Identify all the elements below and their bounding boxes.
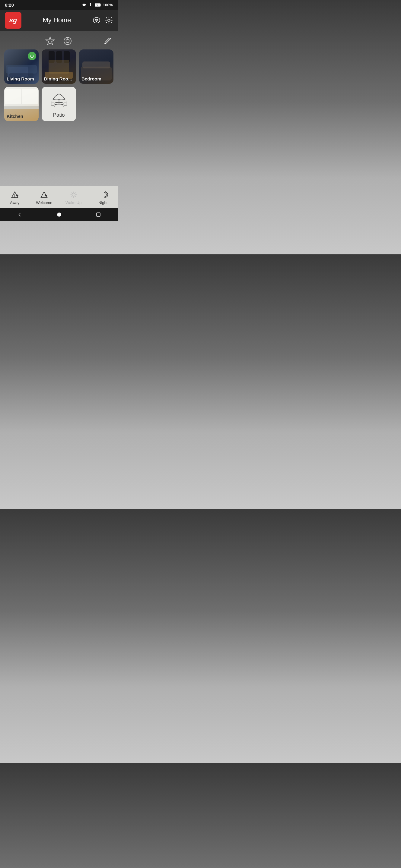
away-icon <box>10 190 20 199</box>
nav-item-away[interactable]: Away <box>0 190 30 205</box>
patio-icon <box>49 90 69 110</box>
app-logo[interactable]: sg <box>5 12 22 29</box>
header-actions <box>92 16 113 24</box>
room-label-bedroom: Bedroom <box>82 76 102 82</box>
nav-label-away: Away <box>10 200 20 205</box>
room-label-dining-room: Dining Roo... <box>44 76 72 82</box>
svg-rect-19 <box>64 103 67 105</box>
nav-item-welcome[interactable]: Welcome <box>30 190 59 205</box>
svg-line-29 <box>71 193 72 193</box>
room-label-patio: Patio <box>53 112 65 118</box>
svg-point-11 <box>67 37 68 38</box>
svg-line-32 <box>71 196 72 197</box>
room-card-bedroom[interactable]: Bedroom <box>79 50 113 84</box>
svg-rect-1 <box>82 4 82 5</box>
battery-icon <box>95 3 102 7</box>
wifi-status-icon <box>88 3 93 7</box>
svg-point-7 <box>96 21 97 22</box>
welcome-icon <box>39 190 49 199</box>
nav-item-night[interactable]: Night <box>88 190 118 205</box>
nav-item-wakeup[interactable]: Wake Up <box>59 190 88 205</box>
status-bar: 6:20 100% <box>0 0 118 10</box>
svg-rect-37 <box>96 213 100 216</box>
header: sg My Home <box>0 10 118 31</box>
wakeup-icon <box>69 190 79 199</box>
power-icon <box>30 54 34 58</box>
nav-label-night: Night <box>98 200 107 205</box>
svg-point-35 <box>105 191 106 192</box>
logo-text: sg <box>9 17 17 24</box>
room-grid-row2: Kitchen Patio <box>0 87 118 125</box>
bottom-nav: Away Welcome Wake Up <box>0 186 118 208</box>
star-icon[interactable] <box>45 36 55 46</box>
page-title: My Home <box>22 16 92 24</box>
edit-icon[interactable] <box>104 37 112 45</box>
toolbar-icons <box>45 36 73 46</box>
android-nav <box>0 208 118 221</box>
svg-rect-2 <box>85 4 86 5</box>
scene-icon[interactable] <box>63 36 73 46</box>
svg-line-15 <box>62 104 63 107</box>
home-button[interactable] <box>56 212 62 218</box>
night-icon <box>98 190 108 199</box>
svg-line-31 <box>75 193 76 193</box>
nav-label-wakeup: Wake Up <box>65 200 82 205</box>
room-card-kitchen[interactable]: Kitchen <box>4 87 39 121</box>
svg-rect-0 <box>83 4 85 6</box>
svg-point-36 <box>57 213 61 216</box>
empty-cell <box>79 87 113 121</box>
nav-label-welcome: Welcome <box>36 200 52 205</box>
battery-percentage: 100% <box>103 3 113 7</box>
settings-icon[interactable] <box>105 16 113 24</box>
content-spacer <box>0 125 118 186</box>
room-card-living-room[interactable]: Living Room <box>4 50 39 84</box>
room-card-dining-room[interactable]: Dining Roo... <box>41 50 76 84</box>
wifi-icon[interactable] <box>92 17 101 24</box>
back-button[interactable] <box>17 212 23 218</box>
svg-line-30 <box>75 196 76 197</box>
svg-point-34 <box>106 193 106 194</box>
room-label-living-room: Living Room <box>7 76 34 82</box>
status-time: 6:20 <box>5 2 14 7</box>
svg-point-10 <box>66 39 69 43</box>
svg-point-33 <box>105 192 105 193</box>
status-icons: 100% <box>82 2 113 7</box>
svg-rect-4 <box>101 4 101 6</box>
room-label-kitchen: Kitchen <box>7 114 23 119</box>
svg-rect-16 <box>51 103 54 105</box>
power-button-living-room[interactable] <box>28 52 36 60</box>
recents-button[interactable] <box>96 212 101 217</box>
room-grid-row1: Living Room Dining Roo... Bedroom <box>0 50 118 87</box>
toolbar <box>0 31 118 50</box>
vibrate-icon <box>82 2 86 7</box>
svg-line-14 <box>54 104 55 107</box>
room-card-patio[interactable]: Patio <box>41 87 76 121</box>
svg-point-8 <box>108 19 110 22</box>
svg-point-24 <box>72 193 75 196</box>
